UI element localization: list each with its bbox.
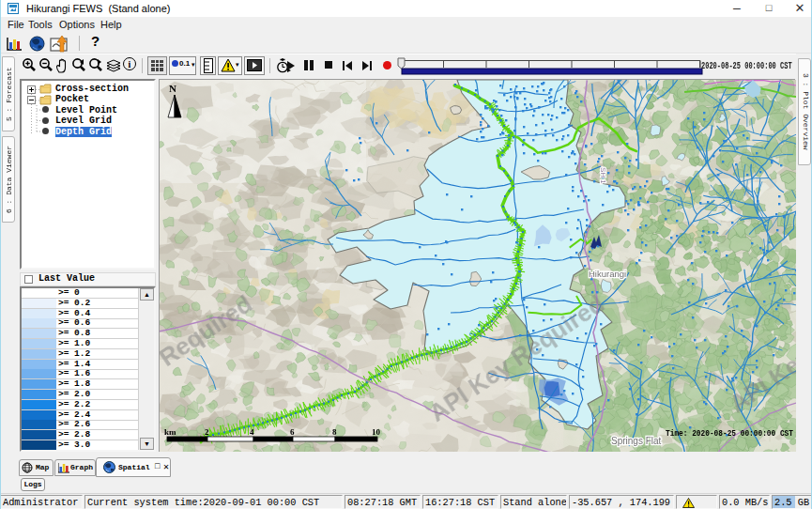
svg-text:Springs Flat: Springs Flat [611, 436, 662, 446]
svg-text:4: 4 [250, 427, 254, 437]
svg-text:SH 1: SH 1 [599, 167, 607, 184]
svg-text:N: N [169, 83, 176, 94]
svg-text:6: 6 [290, 427, 295, 437]
svg-text:Hikurangi: Hikurangi [589, 269, 626, 279]
svg-text:10: 10 [372, 427, 381, 437]
svg-text:8: 8 [332, 427, 337, 437]
svg-text:Time: 2020-08-25 00:00:00 CST: Time: 2020-08-25 00:00:00 CST [666, 428, 793, 439]
svg-text:2: 2 [205, 427, 209, 437]
svg-text:km: km [164, 427, 176, 437]
